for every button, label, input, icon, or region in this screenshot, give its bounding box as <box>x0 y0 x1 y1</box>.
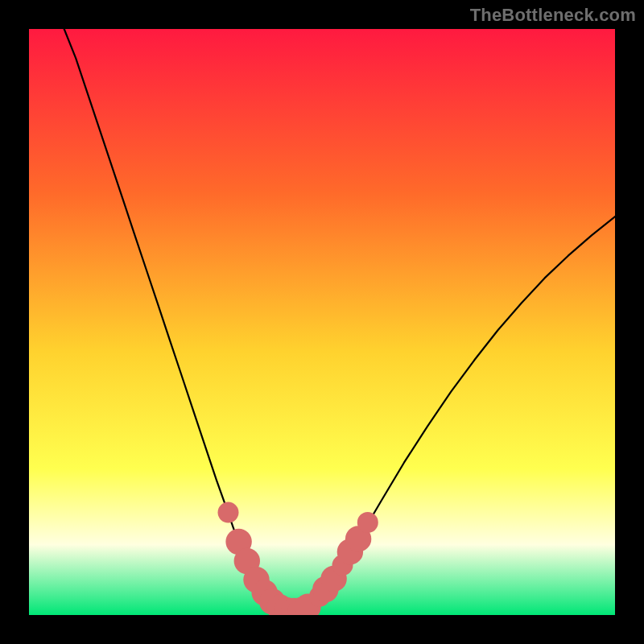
plot-area <box>29 29 615 615</box>
marker-point <box>357 512 378 533</box>
marker-point <box>218 502 239 523</box>
highlighted-points <box>218 502 378 615</box>
bottleneck-curve <box>64 29 615 611</box>
chart-outer-frame: TheBottleneck.com <box>0 0 644 644</box>
curve-layer <box>29 29 615 615</box>
watermark-text: TheBottleneck.com <box>470 5 636 26</box>
